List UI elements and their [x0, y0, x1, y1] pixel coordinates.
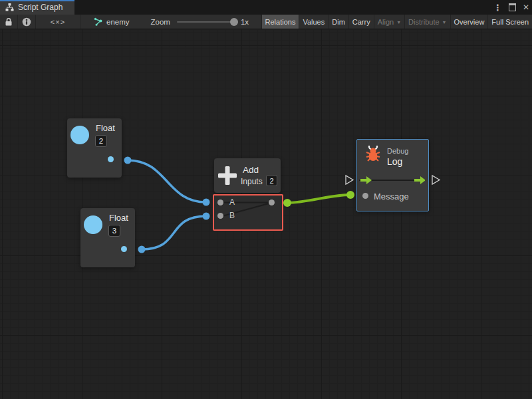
zoom-control: Zoom 1x — [151, 15, 249, 29]
float-value-field[interactable]: 3 — [108, 225, 120, 237]
full-screen-button[interactable]: Full Screen — [487, 15, 532, 29]
zoom-slider-handle[interactable] — [230, 18, 238, 26]
tab-bar: Script Graph ⋮ ✕ — [0, 0, 532, 15]
float-node-2[interactable]: Float 3 — [80, 208, 135, 267]
align-dropdown[interactable]: Align ▼ — [374, 15, 404, 29]
values-button[interactable]: Values — [299, 15, 328, 29]
add-output-port[interactable] — [269, 200, 275, 205]
distribute-dropdown[interactable]: Distribute ▼ — [404, 15, 450, 29]
lock-icon — [5, 17, 13, 27]
active-tab-accent — [0, 0, 74, 1]
add-port-a-label: A — [229, 198, 235, 207]
float-output-port[interactable] — [121, 246, 127, 252]
float-node-title: Float — [109, 213, 128, 223]
flow-input-arrow-icon[interactable] — [360, 176, 372, 184]
close-icon[interactable]: ✕ — [523, 3, 529, 11]
script-graph-asset-icon — [94, 17, 103, 27]
add-node-body[interactable]: A B — [213, 194, 283, 231]
float-port-icon[interactable] — [70, 126, 89, 144]
debug-node-category: Debug — [387, 147, 408, 155]
add-input-a-port[interactable] — [217, 200, 223, 205]
debug-log-node[interactable]: Debug Log Message — [356, 139, 429, 211]
values-button-label: Values — [303, 18, 325, 26]
overview-button-label: Overview — [454, 18, 485, 26]
carry-button[interactable]: Carry — [348, 15, 374, 29]
relations-button[interactable]: Relations — [261, 15, 299, 29]
message-input-port[interactable] — [362, 193, 368, 199]
float-port-icon[interactable] — [84, 215, 102, 234]
overview-button[interactable]: Overview — [450, 15, 488, 29]
tab-script-graph[interactable]: Script Graph — [0, 0, 74, 15]
zoom-value: 1x — [241, 18, 249, 26]
graph-toolbar: <×> enemy Zoom 1x Relations Values — [0, 15, 532, 29]
float-output-port[interactable] — [108, 156, 114, 162]
info-button[interactable] — [18, 15, 36, 29]
add-port-b-label: B — [229, 211, 235, 220]
flow-output-arrow-icon[interactable] — [414, 176, 426, 184]
zoom-label: Zoom — [151, 18, 170, 26]
chevron-down-icon: ▼ — [396, 20, 401, 25]
graph-asset-reference[interactable]: enemy — [94, 15, 130, 29]
float-value-field[interactable]: 2 — [95, 135, 107, 147]
window-menu-icon[interactable]: ⋮ — [493, 3, 502, 12]
window-controls: ⋮ ✕ — [493, 0, 529, 15]
add-node-title: Add — [243, 165, 259, 175]
graph-hierarchy-icon — [5, 3, 14, 11]
add-inputs-count-field[interactable]: 2 — [266, 175, 277, 186]
dim-button[interactable]: Dim — [328, 15, 348, 29]
carry-button-label: Carry — [352, 18, 370, 26]
float-node-1[interactable]: Float 2 — [67, 118, 122, 178]
toolbar-buttons: Relations Values Dim Carry Align ▼ Distr… — [261, 15, 532, 29]
bug-icon — [364, 144, 382, 163]
chevron-down-icon: ▼ — [442, 20, 447, 25]
lock-button[interactable] — [0, 15, 18, 29]
plus-icon — [218, 166, 237, 185]
tab-title: Script Graph — [18, 3, 63, 12]
script-graph-window: Script Graph ⋮ ✕ <×> — [0, 0, 532, 399]
code-view-button[interactable]: <×> — [36, 15, 80, 29]
add-inputs-label: Inputs — [241, 177, 263, 186]
debug-node-title: Log — [387, 156, 402, 167]
dim-button-label: Dim — [332, 18, 345, 26]
graph-asset-name: enemy — [106, 18, 130, 26]
code-view-icon: <×> — [51, 18, 65, 26]
info-icon — [22, 17, 31, 27]
toolbar-spacer — [249, 15, 261, 29]
distribute-dropdown-label: Distribute — [408, 18, 439, 26]
full-screen-button-label: Full Screen — [491, 18, 529, 26]
add-node-header[interactable]: Add Inputs 2 — [214, 158, 281, 193]
message-port-label: Message — [374, 192, 409, 201]
zoom-slider[interactable] — [177, 21, 234, 23]
align-dropdown-label: Align — [378, 18, 394, 26]
add-input-b-port[interactable] — [217, 213, 223, 219]
relations-button-label: Relations — [265, 18, 296, 26]
maximize-icon[interactable] — [509, 3, 516, 11]
float-node-title: Float — [96, 123, 115, 133]
